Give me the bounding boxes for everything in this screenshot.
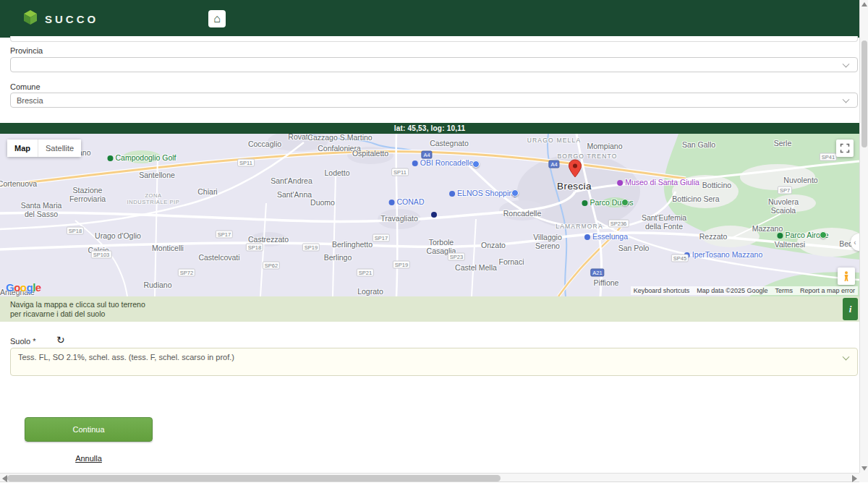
vertical-scrollbar[interactable] [859, 0, 868, 473]
map-type-control: Map Satellite [7, 140, 81, 157]
fullscreen-button[interactable] [836, 140, 854, 157]
google-logo[interactable]: Google [6, 281, 41, 294]
brand: SUCCO [22, 9, 98, 29]
provincia-label: Provincia [10, 46, 43, 55]
scroll-up-arrow[interactable] [861, 2, 867, 7]
map-base-tiles [0, 134, 859, 296]
comune-label: Comune [10, 82, 41, 91]
soil-info-text: Naviga la mappa e clicca sul tuo terreno… [10, 300, 145, 319]
app-header: SUCCO ⌂ [0, 0, 859, 38]
soil-info-banner: Naviga la mappa e clicca sul tuo terreno… [0, 296, 859, 322]
suolo-value: Tess. FL, SO 2.1%, schel. ass. (tess. F,… [18, 353, 234, 361]
map-marker-pin[interactable] [568, 159, 582, 181]
scroll-down-arrow[interactable] [861, 466, 867, 471]
fullscreen-icon [840, 143, 850, 153]
report-map-error-link[interactable]: Report a map error [800, 287, 855, 294]
scroll-right-arrow[interactable] [852, 475, 857, 482]
chevron-down-icon [843, 60, 850, 67]
home-icon: ⌂ [213, 13, 221, 25]
suolo-select[interactable]: Tess. FL, SO 2.1%, schel. ass. (tess. F,… [10, 348, 858, 376]
continue-button[interactable]: Continua [25, 417, 153, 442]
refresh-soil-button[interactable]: ↻ [56, 334, 65, 346]
satellite-view-button[interactable]: Satellite [38, 140, 81, 157]
terms-link[interactable]: Terms [775, 287, 793, 294]
poi-icon [820, 231, 827, 239]
map-attribution: Keyboard shortcuts Map data ©2025 Google… [631, 286, 858, 295]
coordinates-bar: lat: 45,53, log: 10,11 [0, 123, 859, 134]
info-button[interactable]: i [843, 298, 858, 320]
comune-select[interactable]: Brescia [10, 93, 858, 108]
map-canvas[interactable]: RovatoCoccaglioCazzago S.MartinoConfalon… [0, 134, 859, 296]
keyboard-shortcuts-link[interactable]: Keyboard shortcuts [634, 287, 690, 294]
scrollbar-corner [859, 473, 868, 482]
pegman-streetview-control[interactable] [838, 267, 855, 285]
brand-logo-icon [22, 9, 39, 29]
cancel-link[interactable]: Annulla [25, 454, 153, 463]
chevron-down-icon [843, 95, 850, 103]
selected-point-dot [431, 212, 437, 218]
home-button[interactable]: ⌂ [208, 10, 226, 27]
provincia-select[interactable] [10, 57, 858, 72]
comune-value: Brescia [17, 96, 43, 105]
vertical-scroll-thumb[interactable] [861, 40, 867, 147]
map-view-button[interactable]: Map [7, 140, 38, 157]
map-data-credit: Map data ©2025 Google [697, 287, 767, 294]
horizontal-scrollbar[interactable] [0, 473, 859, 482]
pegman-icon [841, 270, 852, 282]
scroll-left-arrow[interactable] [2, 475, 7, 482]
suolo-label: Suolo * [10, 337, 35, 346]
brand-name: SUCCO [45, 13, 98, 25]
chevron-left-icon: ‹ [854, 239, 856, 247]
poi-icon [472, 160, 480, 168]
refresh-icon: ↻ [56, 334, 65, 346]
app-window: SUCCO ⌂ Provincia Comune Brescia lat: 45… [0, 0, 868, 488]
poi-icon [511, 189, 519, 197]
cut-off-field [10, 36, 858, 42]
poi-icon [621, 199, 629, 206]
horizontal-scroll-thumb[interactable] [7, 475, 501, 481]
chevron-down-icon [843, 354, 850, 361]
